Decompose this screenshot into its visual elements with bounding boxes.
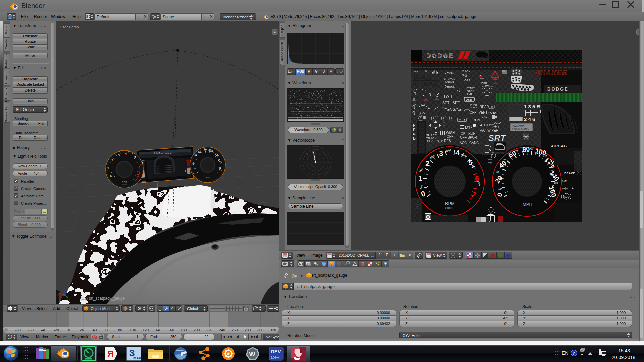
svg-text:0: 0 bbox=[110, 175, 112, 178]
svg-text:OFF: OFF bbox=[470, 111, 476, 114]
svg-text:SHAKER: SHAKER bbox=[535, 69, 568, 76]
svg-text:////ALPINE: ////ALPINE bbox=[512, 125, 525, 128]
svg-text:140: 140 bbox=[155, 328, 161, 332]
svg-text:200: 200 bbox=[194, 328, 200, 332]
svg-text:CANC: CANC bbox=[469, 141, 479, 145]
svg-text:MPH: MPH bbox=[523, 202, 532, 207]
svg-text:RES: RES bbox=[444, 139, 451, 143]
svg-text:PUSH: PUSH bbox=[470, 104, 477, 106]
svg-text:60: 60 bbox=[105, 328, 109, 332]
svg-text:OFF: OFF bbox=[460, 136, 467, 139]
svg-text:Я: Я bbox=[107, 349, 114, 359]
svg-text:RUN: RUN bbox=[468, 132, 476, 135]
svg-text:+: + bbox=[274, 30, 276, 34]
svg-text:Y: Y bbox=[68, 298, 70, 301]
svg-text:BACK: BACK bbox=[462, 70, 471, 73]
svg-text:110: 110 bbox=[543, 155, 547, 157]
svg-text:40: 40 bbox=[93, 328, 97, 332]
svg-text:AIRBAG: AIRBAG bbox=[551, 144, 567, 148]
svg-text:240: 240 bbox=[219, 328, 225, 332]
svg-text:AUTO: AUTO bbox=[480, 123, 490, 127]
svg-text:ACC: ACC bbox=[460, 141, 467, 145]
svg-text:-20: -20 bbox=[54, 328, 59, 332]
svg-text:x1000: x1000 bbox=[445, 206, 453, 210]
svg-text:10: 10 bbox=[498, 188, 501, 190]
svg-text:?: ? bbox=[573, 351, 575, 356]
svg-text:X: X bbox=[57, 293, 59, 296]
svg-text:2 4 6: 2 4 6 bbox=[524, 116, 535, 122]
svg-text:3: 3 bbox=[439, 149, 443, 158]
svg-text:4: 4 bbox=[455, 148, 460, 157]
svg-text:MPH: MPH bbox=[205, 177, 210, 179]
svg-text:2: 2 bbox=[425, 159, 429, 168]
svg-text:R: R bbox=[429, 93, 431, 97]
svg-text:-80: -80 bbox=[15, 328, 21, 332]
svg-text:PAK: PAK bbox=[427, 139, 433, 143]
svg-text:OK: OK bbox=[461, 132, 466, 135]
svg-text:BRAKE: BRAKE bbox=[564, 172, 575, 175]
svg-text:300: 300 bbox=[257, 328, 263, 332]
svg-text:ENTER: ENTER bbox=[445, 80, 454, 83]
svg-text:20.09.2018: 20.09.2018 bbox=[612, 355, 635, 360]
svg-text:160: 160 bbox=[168, 328, 174, 332]
svg-text:6: 6 bbox=[140, 163, 141, 167]
svg-text:SRT: SRT bbox=[488, 133, 506, 143]
svg-text:30: 30 bbox=[494, 211, 496, 214]
svg-text:4: 4 bbox=[125, 152, 127, 155]
svg-text:RPM: RPM bbox=[122, 181, 127, 183]
svg-text:SCROLL: SCROLL bbox=[445, 85, 455, 88]
svg-text:100: 100 bbox=[130, 328, 136, 332]
svg-text:-40: -40 bbox=[41, 328, 46, 332]
svg-text:Z: Z bbox=[57, 284, 59, 287]
svg-text:W: W bbox=[249, 350, 255, 358]
svg-text:AIRBAG: AIRBAG bbox=[412, 80, 439, 87]
svg-text:150: 150 bbox=[554, 182, 558, 184]
svg-text:280: 280 bbox=[245, 328, 251, 332]
svg-text:1 ◎ Speedometer: 1 ◎ Speedometer bbox=[154, 152, 173, 155]
svg-text:REAR: REAR bbox=[480, 105, 489, 109]
svg-text:i: i bbox=[10, 15, 11, 19]
svg-text:5: 5 bbox=[134, 156, 136, 159]
svg-text:L: L bbox=[429, 88, 431, 92]
svg-text:VENT: VENT bbox=[479, 111, 488, 114]
svg-text:🚗️: 🚗️ bbox=[479, 74, 482, 77]
svg-text:DODGE: DODGE bbox=[427, 53, 454, 59]
svg-text:30: 30 bbox=[496, 171, 499, 173]
svg-text:SPORT: SPORT bbox=[468, 136, 479, 139]
svg-text:120: 120 bbox=[143, 328, 149, 332]
svg-text:RPM: RPM bbox=[445, 201, 455, 206]
svg-text:1: 1 bbox=[418, 174, 422, 183]
svg-text:WASH: WASH bbox=[470, 106, 477, 109]
svg-text:130: 130 bbox=[551, 166, 555, 168]
svg-text:TUNE: TUNE bbox=[446, 72, 453, 75]
svg-text:ER: ER bbox=[495, 129, 499, 132]
svg-text:×1771: ×1771 bbox=[141, 181, 146, 183]
svg-text:N: N bbox=[413, 132, 416, 136]
svg-text:2: 2 bbox=[111, 159, 113, 162]
svg-text:1: 1 bbox=[107, 166, 109, 170]
svg-text:DODGE: DODGE bbox=[547, 86, 569, 92]
svg-text:∅D: ∅D bbox=[562, 180, 567, 183]
svg-text:FRONT: FRONT bbox=[471, 118, 482, 122]
svg-text:MAX: MAX bbox=[133, 356, 141, 360]
svg-text:(22) srt_scatpack_gauge: (22) srt_scatpack_gauge bbox=[80, 296, 125, 301]
svg-text:DEV: DEV bbox=[271, 349, 281, 354]
svg-text:1 3 5 R: 1 3 5 R bbox=[524, 104, 540, 109]
svg-text:BROWSE: BROWSE bbox=[444, 77, 455, 80]
svg-text:7: 7 bbox=[137, 174, 139, 177]
svg-text:-60: -60 bbox=[28, 328, 34, 332]
svg-text:12V DC: 12V DC bbox=[488, 112, 497, 114]
svg-text:50: 50 bbox=[503, 158, 506, 161]
svg-text:80: 80 bbox=[522, 145, 530, 154]
svg-text:320: 320 bbox=[270, 328, 276, 332]
svg-text:OFF: OFF bbox=[464, 79, 470, 82]
svg-text:ENGINE: ENGINE bbox=[447, 107, 462, 111]
svg-text:LO HI: LO HI bbox=[444, 95, 455, 99]
svg-text:220: 220 bbox=[206, 328, 212, 332]
svg-text:P: P bbox=[413, 123, 415, 127]
svg-text:C++: C++ bbox=[271, 355, 279, 360]
svg-text:D†•: D†• bbox=[465, 125, 472, 130]
svg-text:80: 80 bbox=[204, 148, 207, 151]
svg-text:80: 80 bbox=[118, 328, 122, 332]
svg-text:SET- SET+: SET- SET+ bbox=[442, 101, 462, 105]
